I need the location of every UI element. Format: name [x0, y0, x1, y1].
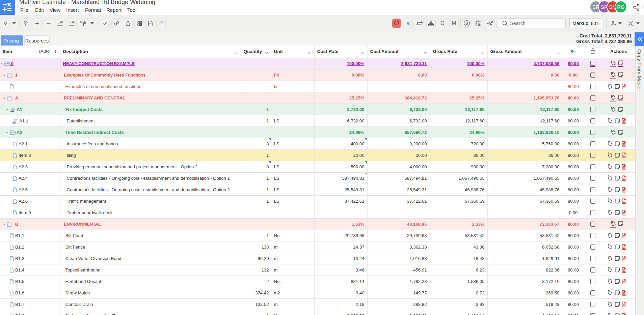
- svg-text:$: $: [466, 21, 468, 25]
